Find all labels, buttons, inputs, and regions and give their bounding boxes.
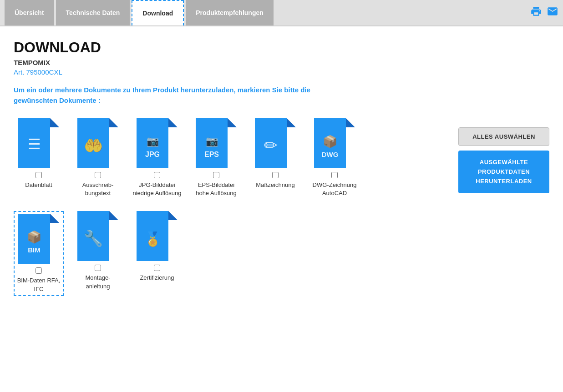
download-selected-button[interactable]: AUSGEWÄHLTEPRODUKTDATENHERUNTERLADEN	[458, 151, 549, 193]
product-name: TEMPOMIX	[14, 59, 549, 66]
file-item-dwg[interactable]: 📦DWG DWG-Zeichnung AutoCAD	[309, 118, 360, 197]
sidebar-buttons: ALLES AUSWÄHLEN AUSGEWÄHLTEPRODUKTDATENH…	[458, 127, 549, 193]
svg-marker-19	[346, 118, 355, 127]
checkbox-masszeichnung[interactable]	[272, 172, 279, 178]
file-item-eps[interactable]: 📷EPS EPS-Bilddatei hohe Auflösung	[191, 118, 241, 197]
file-icon-eps: 📷EPS	[196, 118, 237, 168]
checkbox-eps[interactable]	[213, 172, 219, 178]
svg-marker-27	[109, 211, 118, 220]
svg-marker-30	[168, 211, 178, 220]
checkbox-zertifizierung[interactable]	[154, 265, 160, 271]
label-montageanleitung: Montage-anleitung	[86, 274, 111, 290]
file-icon-jpg: 📷JPG	[137, 118, 178, 168]
label-eps: EPS-Bilddatei hohe Auflösung	[191, 181, 241, 197]
downloads-section: ☰ Datenblatt 🤲 Ausschreib-bungstext	[14, 118, 440, 310]
svg-text:☰: ☰	[28, 136, 41, 152]
svg-marker-23	[50, 214, 59, 223]
tab-download[interactable]: Download	[132, 0, 184, 25]
tab-overview[interactable]: Übersicht	[5, 0, 54, 25]
label-dwg: DWG-Zeichnung AutoCAD	[309, 181, 360, 197]
svg-text:JPG: JPG	[145, 151, 160, 158]
svg-text:🔧: 🔧	[84, 229, 103, 248]
label-masszeichnung: Maßzeichnung	[256, 181, 294, 189]
checkbox-bim[interactable]	[36, 267, 42, 274]
svg-text:📷: 📷	[206, 135, 218, 147]
file-icon-masszeichnung: ✏	[255, 118, 296, 168]
page-title: DOWNLOAD	[14, 39, 549, 56]
tab-technical[interactable]: Technische Daten	[56, 0, 130, 25]
checkbox-datenblatt[interactable]	[36, 172, 42, 178]
file-grid-row2: 📦BIM BIM-Daten RFA, IFC 🔧 Montage-anleit…	[14, 211, 440, 296]
file-icon-ausschreibungstext: 🤲	[77, 118, 118, 168]
svg-marker-5	[109, 118, 118, 127]
file-item-bim[interactable]: 📦BIM BIM-Daten RFA, IFC	[14, 211, 64, 296]
checkbox-dwg[interactable]	[331, 172, 338, 178]
svg-marker-12	[228, 118, 237, 127]
email-button[interactable]	[547, 5, 558, 20]
file-icon-bim: 📦BIM	[18, 214, 59, 264]
svg-text:✏: ✏	[264, 136, 278, 155]
label-zertifizierung: Zertifizierung	[140, 274, 174, 282]
file-item-zertifizierung[interactable]: 🏅 Zertifizierung	[132, 211, 182, 296]
select-all-button[interactable]: ALLES AUSWÄHLEN	[458, 127, 549, 146]
svg-text:📷: 📷	[147, 135, 159, 147]
file-item-jpg[interactable]: 📷JPG JPG-Bilddatei niedrige Auflösung	[132, 118, 182, 197]
file-grid-row1: ☰ Datenblatt 🤲 Ausschreib-bungstext	[14, 118, 440, 197]
svg-text:🤲: 🤲	[84, 136, 103, 155]
svg-text:📦: 📦	[27, 230, 42, 244]
checkbox-ausschreibungstext[interactable]	[95, 172, 101, 178]
navigation-bar: Übersicht Technische Daten Download Prod…	[0, 0, 563, 26]
svg-text:📦: 📦	[323, 134, 338, 149]
download-selected-label: AUSGEWÄHLTEPRODUKTDATENHERUNTERLADEN	[476, 159, 532, 185]
instructions-text: Um ein oder mehrere Dokumente zu Ihrem P…	[14, 85, 332, 106]
label-datenblatt: Datenblatt	[25, 181, 52, 189]
print-button[interactable]	[530, 5, 542, 20]
svg-text:EPS: EPS	[204, 151, 219, 158]
file-item-datenblatt[interactable]: ☰ Datenblatt	[14, 118, 64, 197]
file-item-ausschreibungstext[interactable]: 🤲 Ausschreib-bungstext	[73, 118, 123, 197]
file-icon-dwg: 📦DWG	[314, 118, 355, 168]
checkbox-jpg[interactable]	[154, 172, 160, 178]
file-item-montageanleitung[interactable]: 🔧 Montage-anleitung	[73, 211, 123, 296]
tab-recommendations[interactable]: Produktempfehlungen	[186, 0, 274, 25]
label-jpg: JPG-Bilddatei niedrige Auflösung	[132, 181, 182, 197]
checkbox-montageanleitung[interactable]	[95, 265, 101, 271]
file-icon-montageanleitung: 🔧	[77, 211, 118, 261]
svg-marker-2	[50, 118, 59, 127]
downloads-wrapper: ☰ Datenblatt 🤲 Ausschreib-bungstext	[14, 118, 549, 310]
svg-text:BIM: BIM	[28, 246, 41, 254]
nav-action-icons	[530, 5, 558, 20]
file-icon-datenblatt: ☰	[18, 118, 59, 168]
svg-marker-16	[287, 118, 296, 127]
svg-text:DWG: DWG	[322, 151, 339, 158]
label-bim: BIM-Daten RFA, IFC	[16, 276, 61, 293]
label-ausschreibungstext: Ausschreib-bungstext	[82, 181, 114, 197]
article-number: Art. 795000CXL	[14, 68, 549, 76]
file-icon-zertifizierung: 🏅	[137, 211, 178, 261]
main-content: DOWNLOAD TEMPOMIX Art. 795000CXL Um ein …	[0, 26, 563, 323]
file-item-masszeichnung[interactable]: ✏ Maßzeichnung	[250, 118, 300, 197]
svg-text:🏅: 🏅	[144, 231, 162, 247]
svg-marker-8	[168, 118, 178, 127]
